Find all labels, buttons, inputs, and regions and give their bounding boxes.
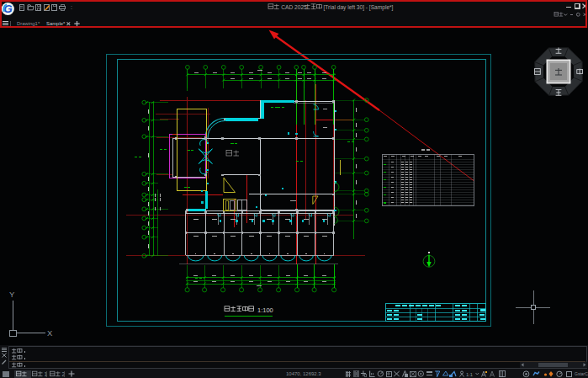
svg-text:X: X — [47, 328, 53, 338]
svg-text:10470, 12692.3: 10470, 12692.3 — [286, 371, 321, 376]
svg-text:CAD 2025: CAD 2025 — [281, 4, 307, 10]
svg-text:1: 1 — [45, 371, 48, 377]
svg-text:1:100: 1:100 — [257, 306, 273, 314]
svg-text:Drawing1*: Drawing1* — [17, 21, 40, 26]
svg-text:Sample*: Sample* — [46, 21, 66, 26]
svg-text:GstarCAD: GstarCAD — [575, 371, 588, 376]
svg-text:Y: Y — [9, 290, 15, 299]
svg-text:1:1: 1:1 — [466, 372, 473, 377]
svg-text::: : — [71, 4, 72, 10]
svg-text:[Trial day left 30] - [Sample*: [Trial day left 30] - [Sample*] — [324, 4, 394, 11]
